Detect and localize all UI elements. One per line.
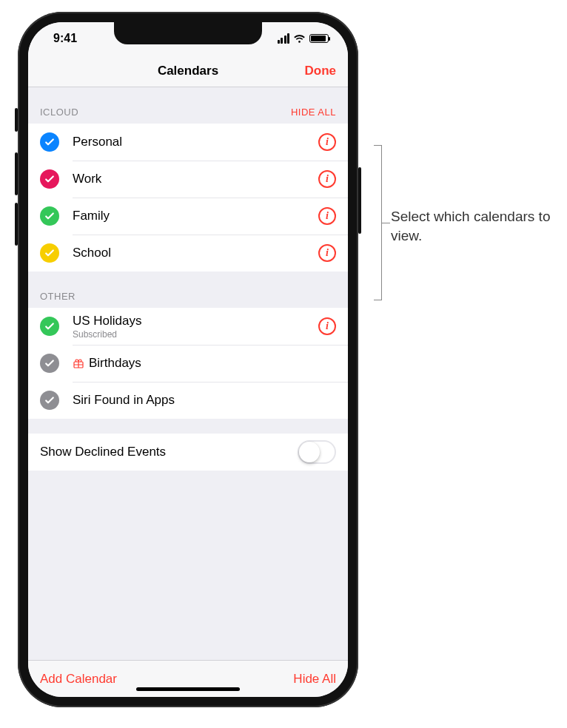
row-body: School bbox=[73, 246, 318, 260]
row-body: Birthdays bbox=[73, 356, 336, 371]
hide-all-icloud-button[interactable]: HIDE ALL bbox=[291, 107, 336, 118]
checkmark-icon[interactable] bbox=[40, 243, 59, 263]
row-body: US HolidaysSubscribed bbox=[73, 314, 318, 340]
checkmark-icon[interactable] bbox=[40, 206, 59, 226]
calendar-label: Siri Found in Apps bbox=[73, 393, 175, 408]
info-icon[interactable]: i bbox=[318, 207, 336, 225]
home-indicator[interactable] bbox=[136, 687, 240, 691]
icloud-list: PersonaliWorkiFamilyiSchooli bbox=[28, 124, 348, 272]
declined-section: Show Declined Events bbox=[28, 434, 348, 471]
mute-switch bbox=[15, 108, 18, 132]
cellular-signal-icon bbox=[278, 33, 290, 44]
wifi-icon bbox=[293, 34, 306, 44]
battery-icon bbox=[309, 34, 329, 43]
show-declined-row: Show Declined Events bbox=[28, 434, 348, 471]
callout-bracket bbox=[369, 145, 382, 300]
checkmark-icon[interactable] bbox=[40, 391, 59, 410]
calendar-row[interactable]: Worki bbox=[28, 161, 348, 198]
checkmark-icon[interactable] bbox=[40, 169, 59, 189]
show-declined-label: Show Declined Events bbox=[40, 445, 166, 459]
checkmark-icon[interactable] bbox=[40, 132, 59, 152]
info-icon[interactable]: i bbox=[318, 170, 336, 188]
content: ICLOUD HIDE ALL PersonaliWorkiFamilyiSch… bbox=[28, 87, 348, 660]
row-body: Siri Found in Apps bbox=[73, 393, 336, 408]
section-label-other: OTHER bbox=[40, 291, 76, 302]
calendar-row[interactable]: US HolidaysSubscribedi bbox=[28, 308, 348, 345]
notch bbox=[114, 22, 262, 44]
status-time: 9:41 bbox=[53, 32, 77, 45]
volume-down-button bbox=[15, 203, 18, 246]
annotation-callout: Select which calendars to view. bbox=[369, 145, 554, 300]
other-list: US HolidaysSubscribediBirthdaysSiri Foun… bbox=[28, 308, 348, 419]
row-body: Family bbox=[73, 209, 318, 223]
info-icon[interactable]: i bbox=[318, 317, 336, 335]
calendar-row[interactable]: Siri Found in Apps bbox=[28, 382, 348, 419]
add-calendar-button[interactable]: Add Calendar bbox=[40, 672, 117, 687]
info-icon[interactable]: i bbox=[318, 244, 336, 262]
calendar-label: Work bbox=[73, 172, 101, 186]
toggle-knob bbox=[299, 442, 320, 462]
calendar-label: School bbox=[73, 246, 111, 260]
calendar-label: Personal bbox=[73, 135, 122, 149]
gift-icon bbox=[73, 357, 84, 369]
callout-text: Select which calendars to view. bbox=[391, 207, 554, 245]
section-header-icloud: ICLOUD HIDE ALL bbox=[28, 87, 348, 124]
side-power-button bbox=[358, 167, 361, 234]
section-label-icloud: ICLOUD bbox=[40, 107, 78, 118]
calendar-label: Family bbox=[73, 209, 110, 223]
info-icon[interactable]: i bbox=[318, 133, 336, 151]
calendar-row[interactable]: Familyi bbox=[28, 198, 348, 235]
phone-frame: 9:41 Calendars Done ICLOUD HIDE ALL Pers… bbox=[18, 12, 358, 707]
row-body: Work bbox=[73, 172, 318, 186]
hide-all-button[interactable]: Hide All bbox=[293, 672, 336, 687]
calendar-row[interactable]: Personali bbox=[28, 124, 348, 161]
checkmark-icon[interactable] bbox=[40, 354, 59, 373]
calendar-label: US Holidays bbox=[73, 314, 142, 328]
calendar-row[interactable]: Schooli bbox=[28, 235, 348, 272]
volume-up-button bbox=[15, 152, 18, 195]
section-header-other: OTHER bbox=[28, 272, 348, 308]
screen: 9:41 Calendars Done ICLOUD HIDE ALL Pers… bbox=[28, 22, 348, 697]
page-title: Calendars bbox=[158, 64, 218, 78]
calendar-sublabel: Subscribed bbox=[73, 329, 318, 340]
calendar-row[interactable]: Birthdays bbox=[28, 345, 348, 382]
footer-toolbar: Add Calendar Hide All bbox=[28, 660, 348, 697]
row-body: Personal bbox=[73, 135, 318, 149]
done-button[interactable]: Done bbox=[305, 64, 337, 78]
checkmark-icon[interactable] bbox=[40, 317, 59, 336]
status-right bbox=[278, 33, 329, 44]
calendar-label: Birthdays bbox=[89, 356, 141, 371]
show-declined-toggle[interactable] bbox=[298, 440, 336, 464]
nav-bar: Calendars Done bbox=[28, 55, 348, 87]
